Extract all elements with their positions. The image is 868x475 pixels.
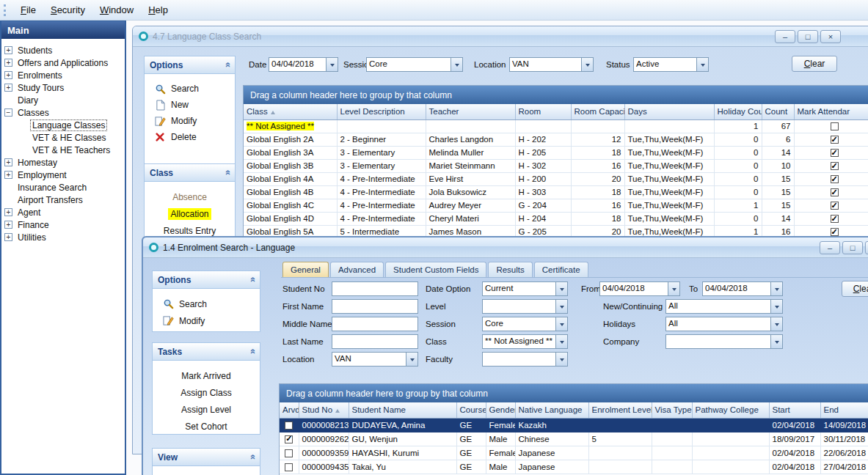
collapse-chevron-icon[interactable]: »: [222, 170, 233, 175]
expand-icon[interactable]: +: [4, 208, 12, 216]
tab-student-custom-fields[interactable]: Student Custom Fields: [385, 262, 486, 277]
location-combo[interactable]: VAN: [332, 352, 418, 367]
arrived-checkbox[interactable]: [285, 421, 293, 430]
collapse-icon[interactable]: −: [4, 108, 12, 117]
dropdown-arrow-icon[interactable]: [555, 300, 567, 313]
last-name-input[interactable]: [332, 334, 418, 349]
dropdown-arrow-icon[interactable]: [770, 300, 782, 313]
dropdown-arrow-icon[interactable]: [326, 58, 338, 71]
nav-delete[interactable]: Delete: [145, 129, 235, 145]
col-teacher[interactable]: Teacher: [426, 104, 515, 119]
session-combo[interactable]: Core: [482, 317, 568, 331]
tab-certificate[interactable]: Certificate: [534, 262, 588, 277]
class-panel-header[interactable]: Class »: [145, 164, 235, 182]
menu-window[interactable]: Window: [92, 1, 141, 18]
mark-attendance-checkbox[interactable]: [831, 149, 839, 157]
nav-search[interactable]: Search: [153, 295, 260, 312]
collapse-chevron-icon[interactable]: »: [247, 277, 258, 282]
collapse-chevron-icon[interactable]: »: [247, 454, 258, 460]
nav-new[interactable]: New: [145, 97, 235, 113]
date-option-combo[interactable]: Current: [482, 281, 568, 296]
view-panel-header[interactable]: View »: [153, 449, 260, 466]
mark-attendance-checkbox[interactable]: [831, 162, 839, 170]
maximize-button[interactable]: □: [842, 241, 863, 254]
clear-button[interactable]: Clear: [792, 56, 837, 72]
group-by-bar[interactable]: Drag a column header here to group by th…: [244, 86, 868, 104]
dropdown-arrow-icon[interactable]: [668, 282, 679, 295]
menu-security[interactable]: Security: [43, 1, 92, 18]
nav-mark-arrived[interactable]: Mark Arrived: [153, 367, 260, 384]
col-gender[interactable]: Gender: [486, 402, 515, 418]
dropdown-arrow-icon[interactable]: [451, 58, 462, 71]
tab-advanced[interactable]: Advanced: [330, 262, 384, 277]
enrolment-grid-row[interactable]: 0000008213DUDAYEVA, AminaGEFemaleKazakh0…: [280, 418, 868, 432]
sidebar-item-vet-he-teachers[interactable]: VET & HE Teachers: [1, 144, 125, 156]
sidebar-item-homestay[interactable]: +Homestay: [1, 156, 125, 169]
group-by-bar[interactable]: Drag a column header here to group by th…: [280, 384, 868, 402]
nav-set-cohort[interactable]: Set Cohort: [153, 418, 260, 435]
sidebar-item-agent[interactable]: +Agent: [1, 206, 125, 218]
col-arvd[interactable]: Arvd: [280, 402, 299, 418]
close-button[interactable]: ×: [820, 30, 841, 43]
expand-icon[interactable]: +: [4, 84, 12, 92]
middle-name-input[interactable]: [332, 317, 418, 331]
status-combo[interactable]: Active: [633, 57, 709, 72]
class-grid-row[interactable]: Global English 4A4 - Pre-IntermediateEve…: [244, 172, 868, 185]
nav-allocation[interactable]: Allocation: [145, 205, 235, 222]
nav-assign-level[interactable]: Assign Level: [153, 401, 260, 418]
session-combo[interactable]: Core: [366, 57, 463, 72]
mark-attendance-checkbox[interactable]: [831, 228, 839, 236]
col-class[interactable]: Class: [244, 104, 337, 119]
expand-icon[interactable]: +: [4, 71, 12, 79]
window1-titlebar[interactable]: 4.7 Language Class Search – □ ×: [133, 26, 868, 47]
level-combo[interactable]: [482, 299, 568, 314]
col-visa-type[interactable]: Visa Type: [652, 402, 692, 418]
col-room[interactable]: Room: [515, 104, 571, 119]
class-combo[interactable]: ** Not Assigned **: [482, 334, 568, 349]
arrived-checkbox[interactable]: [285, 463, 293, 471]
maximize-button[interactable]: □: [798, 30, 818, 43]
menu-help[interactable]: Help: [141, 1, 175, 18]
col-level-description[interactable]: Level Description: [337, 104, 426, 119]
col-start[interactable]: Start: [769, 402, 820, 418]
dropdown-arrow-icon[interactable]: [555, 282, 567, 295]
location-combo[interactable]: VAN: [509, 57, 594, 72]
enrolment-grid-row[interactable]: 0000009435Takai, YuGEMaleJapanese02/04/2…: [280, 460, 868, 474]
col-room-capacity[interactable]: Room Capacity: [571, 104, 624, 119]
sidebar-item-finance[interactable]: +Finance: [1, 218, 125, 231]
holidays-combo[interactable]: All: [665, 317, 783, 331]
col-mark-attendance[interactable]: Mark Attendar: [794, 104, 868, 119]
options-panel-header[interactable]: Options »: [153, 271, 260, 289]
class-grid-row[interactable]: Global English 4D4 - Pre-IntermediateChe…: [244, 212, 868, 225]
col-end[interactable]: End: [820, 402, 868, 418]
arrived-checkbox[interactable]: [285, 435, 293, 443]
col-stud-no[interactable]: Stud No: [299, 402, 349, 418]
dropdown-arrow-icon[interactable]: [555, 317, 567, 331]
collapse-chevron-icon[interactable]: »: [247, 349, 258, 354]
tasks-panel-header[interactable]: Tasks »: [153, 343, 260, 361]
sidebar-item-utilities[interactable]: +Utilities: [1, 231, 125, 243]
dropdown-arrow-icon[interactable]: [406, 353, 417, 366]
col-enrolment-level[interactable]: Enrolment Level: [588, 402, 652, 418]
date-combo[interactable]: 04/04/2018: [269, 57, 338, 72]
arrived-checkbox[interactable]: [285, 449, 293, 457]
col-native-language[interactable]: Native Language: [515, 402, 588, 418]
expand-icon[interactable]: +: [4, 171, 12, 179]
new-continuing-combo[interactable]: All: [665, 299, 783, 314]
mark-attendance-checkbox[interactable]: [831, 215, 839, 223]
class-grid-row[interactable]: Global English 4B4 - Pre-IntermediateJol…: [244, 185, 868, 199]
collapse-chevron-icon[interactable]: »: [222, 62, 233, 67]
class-grid-row[interactable]: ** Not Assigned **167: [244, 119, 868, 133]
expand-icon[interactable]: +: [4, 158, 12, 166]
sidebar-item-enrolments[interactable]: +Enrolments: [1, 69, 125, 81]
mark-attendance-checkbox[interactable]: [831, 136, 839, 144]
window2-titlebar[interactable]: 1.4 Enrolment Search - Language – □ ×: [143, 238, 868, 258]
sidebar-item-study-tours[interactable]: +Study Tours: [1, 81, 125, 94]
dropdown-arrow-icon[interactable]: [581, 58, 593, 71]
close-button[interactable]: ×: [865, 241, 868, 254]
class-grid-row[interactable]: Global English 3A3 - ElementaryMelinda M…: [244, 146, 868, 159]
menu-file[interactable]: File: [13, 1, 43, 18]
col-count[interactable]: Count: [762, 104, 794, 119]
expand-icon[interactable]: +: [4, 46, 12, 54]
nav-modify[interactable]: Modify: [145, 113, 235, 129]
